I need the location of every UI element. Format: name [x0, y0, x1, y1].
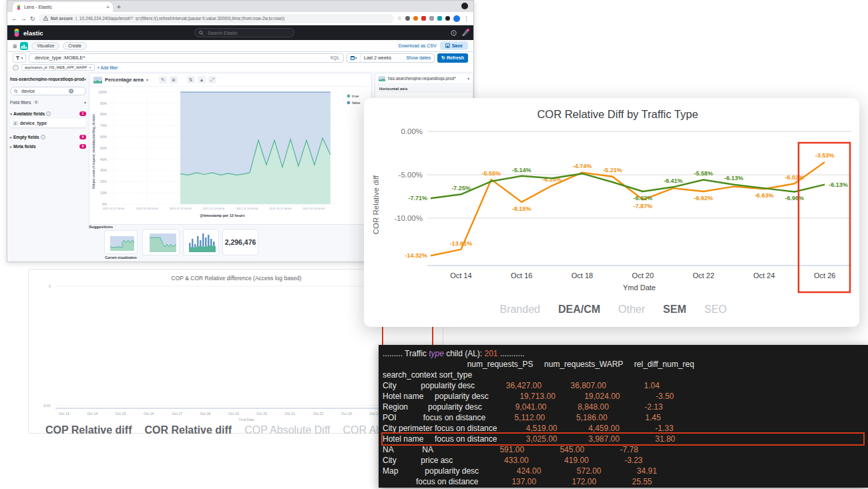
- breadcrumb-create[interactable]: Create: [63, 42, 87, 50]
- profile-avatar[interactable]: [453, 15, 460, 22]
- reload-icon[interactable]: ↻: [30, 15, 35, 22]
- field-item-device-type[interactable]: t device_type: [10, 119, 86, 127]
- legend-label: COR Relative diff: [144, 424, 232, 436]
- labels-icon[interactable]: ▲: [198, 76, 206, 83]
- data-label-dea-cm: -4.74%: [573, 163, 592, 169]
- time-range-label[interactable]: Last 2 weeks: [361, 55, 391, 60]
- current-visualization-caption: Current visualization: [104, 256, 138, 260]
- chart-type-label[interactable]: Percentage area: [105, 77, 144, 83]
- address-bar[interactable]: Not secure | 10.246.224.240/app/lens#/?_…: [39, 14, 394, 23]
- available-fields-count: 1: [79, 111, 86, 116]
- global-search-input[interactable]: [206, 30, 280, 36]
- x-tick-label: 2021-11-21 00:00: [170, 207, 192, 210]
- data-label-dea-cm: -5.21%: [603, 167, 622, 173]
- y-tick-label: 10%: [100, 191, 107, 195]
- layers-icon[interactable]: ≣: [170, 76, 178, 83]
- x-axis-label: Ymd Date: [238, 418, 254, 422]
- download-csv-link[interactable]: Download as CSV: [399, 43, 437, 48]
- calendar-menu[interactable]: ▾: [347, 54, 361, 62]
- chart-type-chevron[interactable]: ▾: [146, 77, 148, 82]
- data-label-sem: -7.71%: [408, 195, 427, 201]
- field-filters-count: 0: [33, 100, 39, 104]
- tab-close-icon[interactable]: ×: [106, 4, 110, 10]
- y-tick-label: -5.00%: [399, 171, 423, 179]
- date-picker: ▾ Last 2 weeks Show dates: [347, 53, 435, 63]
- new-tab-button[interactable]: +: [117, 3, 121, 11]
- suggestion-card[interactable]: [142, 229, 180, 256]
- browser-tab[interactable]: Lens - Elastic ×: [13, 2, 113, 12]
- save-button[interactable]: Save: [440, 41, 468, 50]
- field-sidebar: hss-searchengine-requestlogs-prod*▾ × Fi…: [10, 71, 86, 150]
- save-icon: [445, 43, 450, 48]
- empty-fields-header[interactable]: ▸ Empty fields i 0: [10, 133, 86, 141]
- window-control-icon[interactable]: [461, 3, 468, 9]
- suggestion-thumbnail: [184, 229, 219, 256]
- extension-icon[interactable]: [405, 16, 410, 21]
- terminal-line: City popularity desc 36,427.00 36,807.00…: [383, 380, 863, 391]
- elastic-logo: [13, 29, 21, 37]
- data-view-picker[interactable]: hss-searchengine-requestlogs-prod*▾: [10, 74, 86, 83]
- lens-app-icon[interactable]: [20, 42, 28, 50]
- field-search-input[interactable]: [20, 88, 67, 94]
- help-icon[interactable]: [451, 30, 457, 36]
- legend-label: SEM: [663, 304, 686, 316]
- x-tick-label: 2021-11-27 00:00: [269, 207, 291, 210]
- y-tick-label: 0: [49, 284, 51, 288]
- data-label-sem: -6.13%: [724, 175, 744, 181]
- suggestion-metric[interactable]: 2,296,476: [222, 229, 258, 256]
- layer-data-view[interactable]: hss-searchengine-requestlogs-prod* ▾: [375, 73, 473, 84]
- y-tick-label: 30%: [100, 168, 107, 172]
- annotation-box: [799, 143, 850, 292]
- forward-icon[interactable]: →: [21, 15, 27, 22]
- suggestion-current[interactable]: [104, 230, 138, 254]
- terminal-line: search_context sort_type: [383, 370, 863, 380]
- bookmark-star-icon[interactable]: ☆: [397, 15, 402, 21]
- clear-search-icon[interactable]: ×: [69, 89, 73, 93]
- available-fields-header[interactable]: ▾ Available fields i 1: [10, 109, 86, 117]
- browser-menu-icon[interactable]: ⋮: [463, 15, 469, 22]
- x-tick-label: Oct 20: [632, 272, 654, 280]
- global-search[interactable]: [194, 28, 294, 37]
- extension-icon[interactable]: [445, 16, 450, 21]
- saved-query-icon[interactable]: ▽: [13, 65, 19, 71]
- query-bar: ▾ KQL ▾ Last 2 weeks Show dates ↻Refresh: [7, 52, 473, 63]
- back-icon[interactable]: ←: [11, 15, 17, 22]
- kql-query-input[interactable]: [33, 54, 331, 61]
- field-filters-select[interactable]: Field filters 0 ▾: [10, 98, 86, 106]
- breadcrumb-visualize[interactable]: Visualize: [31, 42, 59, 50]
- alerts-icon[interactable]: [462, 30, 468, 36]
- filter-menu-button[interactable]: ▾: [13, 53, 26, 63]
- y-tick-label: 0.00%: [401, 127, 423, 135]
- extension-icon[interactable]: [429, 16, 434, 21]
- filter-pill[interactable]: application_id :HS_WEB_APP_WARP×: [21, 64, 95, 71]
- menu-icon[interactable]: ≡: [13, 42, 17, 50]
- y-axis-label: COR Relative diff: [372, 175, 380, 234]
- info-icon: i: [46, 111, 51, 116]
- cor-chart-window: COR Relative Diff by Traffic Type0.00%-5…: [364, 98, 859, 327]
- extension-icon[interactable]: [437, 16, 442, 21]
- data-label-dea-cm: -3.53%: [815, 152, 835, 159]
- refresh-button[interactable]: ↻Refresh: [437, 53, 468, 63]
- add-filter-link[interactable]: + Add filter: [97, 65, 118, 70]
- x-tick-label: Oct 18: [200, 412, 211, 416]
- x-axis-label: @timestamp per 12 hours: [200, 213, 244, 217]
- extension-icon[interactable]: [421, 16, 426, 21]
- extension-icon[interactable]: [413, 16, 418, 21]
- show-dates-button[interactable]: Show dates: [406, 55, 434, 60]
- meta-fields-header[interactable]: ▸ Meta fields 0: [10, 142, 86, 150]
- elastic-favicon: [16, 5, 21, 10]
- edit-icon[interactable]: ✎: [159, 76, 167, 83]
- expand-icon[interactable]: ⤢: [208, 76, 216, 83]
- remove-filter-icon[interactable]: ×: [89, 65, 91, 69]
- data-label-sem: -7.25%: [451, 185, 471, 191]
- x-tick-label: Oct 14: [450, 272, 471, 280]
- suggestion-card[interactable]: [183, 229, 219, 256]
- legend-item-true[interactable]: true: [347, 94, 359, 98]
- legend-item-cop-relative-diff: COP Relative diff: [42, 424, 132, 436]
- legend-item-false[interactable]: false: [347, 101, 361, 105]
- percentage-area-chart: 100%90%80%70%60%50%40%30%20%10%0%2021-11…: [89, 87, 373, 223]
- sort-icon[interactable]: ⇅: [187, 76, 195, 83]
- data-label-dea-cm: -14.32%: [405, 252, 427, 259]
- browser-tab-bar: Lens - Elastic × +: [7, 1, 473, 12]
- calendar-icon: [351, 56, 355, 60]
